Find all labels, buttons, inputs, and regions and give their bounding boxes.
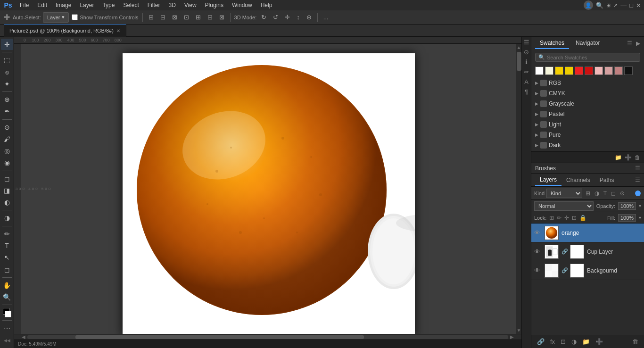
menu-window[interactable]: Window bbox=[228, 1, 256, 9]
3d-roll[interactable]: ↺ bbox=[271, 13, 280, 22]
h-scrollbar-thumb[interactable] bbox=[75, 335, 364, 339]
brushes-menu-btn[interactable]: ☰ bbox=[635, 165, 640, 172]
new-swatch-btn[interactable]: ➕ bbox=[625, 154, 632, 161]
workspace-btn[interactable]: ⊞ bbox=[606, 2, 611, 8]
layer-eye-orange[interactable]: 👁 bbox=[534, 229, 542, 236]
delete-layer-btn[interactable]: 🗑 bbox=[630, 337, 640, 346]
align-top[interactable]: ⊡ bbox=[182, 13, 191, 22]
swatch-group-light[interactable]: ▶ Light bbox=[531, 119, 644, 130]
new-layer-btn[interactable]: ➕ bbox=[594, 337, 605, 346]
3d-rotate[interactable]: ↻ bbox=[259, 13, 268, 22]
channels-tab[interactable]: Channels bbox=[561, 175, 595, 185]
swatch-cream[interactable] bbox=[545, 66, 553, 75]
distribute-h[interactable]: ⊠ bbox=[217, 13, 226, 22]
3d-slide[interactable]: ↕ bbox=[295, 13, 302, 22]
crop-tool[interactable]: ⊕ bbox=[1, 94, 13, 105]
dodge-tool[interactable]: ◑ bbox=[1, 212, 13, 224]
swatch-white[interactable] bbox=[535, 66, 544, 75]
swatches-search-input[interactable] bbox=[547, 55, 637, 60]
canvas-scroll[interactable] bbox=[21, 44, 516, 334]
layer-link-bg[interactable]: 🔗 bbox=[561, 267, 567, 273]
filter-smart-icon[interactable]: ⊙ bbox=[619, 190, 626, 197]
shape-tool[interactable]: ◻ bbox=[1, 264, 13, 275]
add-style-btn[interactable]: fx bbox=[548, 337, 557, 346]
menu-file[interactable]: File bbox=[16, 1, 33, 9]
swatch-group-pure[interactable]: ▶ Pure bbox=[531, 130, 644, 140]
info-icon[interactable]: ℹ bbox=[525, 58, 528, 66]
opacity-arrow[interactable]: ▾ bbox=[639, 203, 641, 208]
brush-tool[interactable]: 🖌 bbox=[1, 133, 13, 145]
menu-view[interactable]: View bbox=[181, 1, 200, 9]
paragraph-icon[interactable]: ¶ bbox=[525, 88, 528, 95]
3d-scale[interactable]: ⊕ bbox=[305, 13, 314, 22]
swatch-black[interactable] bbox=[624, 66, 633, 75]
lasso-tool[interactable]: ⌾ bbox=[1, 66, 13, 78]
scroll-right-btn[interactable]: ▶ bbox=[510, 334, 514, 340]
add-mask-btn[interactable]: ⊡ bbox=[559, 337, 568, 346]
menu-edit[interactable]: Edit bbox=[33, 1, 51, 9]
magic-wand-tool[interactable]: ✦ bbox=[1, 78, 13, 90]
link-layers-btn[interactable]: 🔗 bbox=[535, 337, 546, 346]
scroll-thumb[interactable] bbox=[517, 52, 521, 71]
eyedropper-tool[interactable]: ✒ bbox=[1, 106, 13, 117]
zoom-tool[interactable]: 🔍 bbox=[1, 291, 13, 303]
scroll-left-btn[interactable]: ◀ bbox=[22, 334, 25, 340]
layer-link-cup[interactable]: 🔗 bbox=[561, 249, 567, 255]
share-btn[interactable]: ↗ bbox=[613, 2, 618, 8]
properties-icon[interactable]: ☰ bbox=[524, 39, 529, 46]
fill-input[interactable] bbox=[618, 214, 636, 222]
tab-close-btn[interactable]: ✕ bbox=[116, 28, 120, 33]
filter-adj-icon[interactable]: ◑ bbox=[593, 190, 601, 197]
swatches-tab[interactable]: Swatches bbox=[535, 38, 569, 49]
hand-tool[interactable]: ✋ bbox=[1, 280, 13, 291]
swatches-menu-btn[interactable]: ☰ bbox=[627, 40, 632, 47]
adjustments-icon[interactable]: ⊙ bbox=[524, 49, 529, 56]
fill-arrow[interactable]: ▾ bbox=[639, 215, 641, 220]
text-icon[interactable]: A bbox=[524, 78, 528, 85]
edit-toolbar-icon[interactable]: ✏ bbox=[524, 68, 529, 75]
lock-transparent-btn[interactable]: ⊞ bbox=[549, 215, 554, 221]
layer-eye-cup[interactable]: 👁 bbox=[534, 248, 542, 255]
layers-menu-btn[interactable]: ☰ bbox=[635, 177, 640, 183]
layer-item-bg[interactable]: 👁 🔗 Backgournd bbox=[531, 261, 644, 280]
close-btn[interactable]: ✕ bbox=[636, 2, 641, 9]
new-swatch-folder-btn[interactable]: 📁 bbox=[615, 154, 622, 161]
3d-pan[interactable]: ✛ bbox=[283, 13, 292, 22]
swatch-group-dark[interactable]: ▶ Dark bbox=[531, 140, 644, 150]
filter-kind-select[interactable]: Kind bbox=[546, 189, 582, 198]
filter-pixel-icon[interactable]: ⊞ bbox=[584, 190, 592, 197]
swatch-dustypink[interactable] bbox=[614, 66, 623, 75]
clone-tool[interactable]: ◎ bbox=[1, 145, 13, 157]
marquee-tool[interactable]: ⬚ bbox=[1, 54, 13, 66]
canvas-area[interactable]: 0 100 200 300 400 500 600 700 800 0 100 … bbox=[14, 37, 521, 340]
menu-image[interactable]: Image bbox=[52, 1, 75, 9]
navigator-tab[interactable]: Navigator bbox=[571, 38, 604, 49]
align-bottom[interactable]: ⊟ bbox=[206, 13, 215, 22]
swatch-red[interactable] bbox=[575, 66, 583, 75]
show-transform-check[interactable]: Show Transform Controls bbox=[72, 14, 138, 20]
swatch-pink[interactable] bbox=[594, 66, 603, 75]
delete-swatch-btn[interactable]: 🗑 bbox=[635, 154, 640, 161]
more-options-btn[interactable]: ... bbox=[322, 13, 330, 22]
menu-3d[interactable]: 3D bbox=[165, 1, 179, 9]
maximize-btn[interactable]: □ bbox=[629, 2, 633, 9]
filter-type-icon[interactable]: T bbox=[602, 190, 608, 197]
eraser-tool[interactable]: ◻ bbox=[1, 173, 13, 184]
scroll-down-btn[interactable]: ▼ bbox=[516, 327, 521, 334]
blur-tool[interactable]: ◐ bbox=[1, 197, 13, 208]
history-brush-tool[interactable]: ◉ bbox=[1, 157, 13, 168]
path-select-tool[interactable]: ↖ bbox=[1, 252, 13, 263]
swatch-yellow2[interactable] bbox=[565, 66, 573, 75]
layers-tab[interactable]: Layers bbox=[535, 174, 561, 186]
menu-filter[interactable]: Filter bbox=[144, 1, 164, 9]
paths-tab[interactable]: Paths bbox=[595, 175, 619, 185]
lock-artboard-btn[interactable]: ⊡ bbox=[572, 215, 577, 221]
menu-select[interactable]: Select bbox=[119, 1, 142, 9]
collapse-toolbar-btn[interactable]: ◀◀ bbox=[1, 335, 13, 346]
swatch-group-rgb[interactable]: ▶ RGB bbox=[531, 78, 644, 88]
gradient-tool[interactable]: ◨ bbox=[1, 185, 13, 196]
layer-select-dropdown[interactable]: Layer ▾ bbox=[43, 12, 69, 23]
opacity-input[interactable] bbox=[618, 202, 636, 210]
swatch-group-pastel[interactable]: ▶ Pastel bbox=[531, 109, 644, 119]
layer-item-orange[interactable]: 👁 orange bbox=[531, 224, 644, 242]
